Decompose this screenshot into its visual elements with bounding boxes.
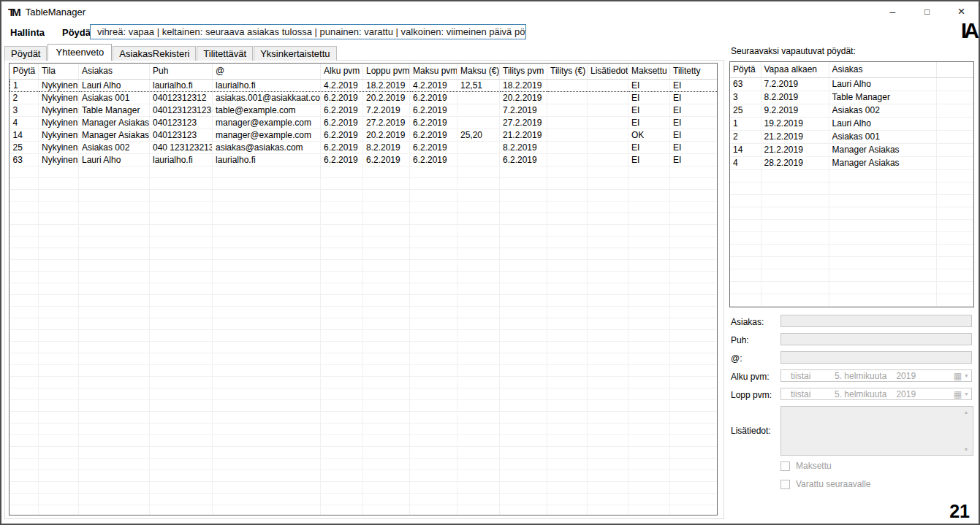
table-cell: 6.2.2019: [410, 153, 457, 166]
varattu-checkbox[interactable]: [780, 480, 790, 489]
column-header-email[interactable]: @: [213, 64, 321, 79]
table-cell-empty: [213, 481, 321, 493]
table-cell-empty: [363, 177, 410, 189]
table-row[interactable]: 3NykyinenTable Manager040123123123table@…: [10, 104, 718, 116]
email-field[interactable]: [780, 351, 972, 364]
column-header-alku-pvm[interactable]: Alku pvm: [321, 64, 363, 79]
calendar-icon[interactable]: ▦: [954, 372, 962, 380]
table-row[interactable]: 1NykyinenLauri Alholaurialho.filaurialho…: [10, 79, 718, 91]
table-row[interactable]: 14NykyinenManager Asiakas040123123manage…: [10, 129, 718, 141]
table-cell: 6.2.2019: [500, 153, 547, 166]
page-number: 21: [949, 501, 970, 522]
table-cell-empty: [457, 434, 500, 446]
tab-asiakasrekisteri[interactable]: AsiakasRekisteri: [113, 46, 196, 61]
column-header-loppu-pvm[interactable]: Loppu pvm: [363, 64, 410, 79]
table-cell-empty: [10, 376, 39, 388]
table-cell-empty: [410, 364, 457, 376]
column-header-asiakas[interactable]: Asiakas: [829, 62, 936, 77]
table-row[interactable]: 1421.2.2019Manager Asiakas: [730, 143, 973, 156]
tab-yksinkertaistettu[interactable]: Yksinkertaistettu: [254, 46, 336, 61]
table-cell-empty: [150, 177, 213, 189]
table-cell: [547, 91, 588, 104]
chevron-down-icon[interactable]: ▼: [964, 391, 969, 396]
column-header-poyta[interactable]: Pöytä: [10, 64, 39, 79]
table-cell-empty: [730, 294, 761, 306]
table-cell-empty: [588, 505, 628, 516]
table-cell-empty: [628, 458, 670, 470]
column-header-tilitys-pvm[interactable]: Tilitys pvm: [500, 64, 547, 79]
table-cell-empty: [150, 481, 213, 493]
puh-field[interactable]: [780, 333, 972, 345]
minimize-icon[interactable]: –: [875, 1, 910, 22]
maximize-icon[interactable]: □: [910, 1, 944, 22]
loppu-pvm-datepicker[interactable]: tiistai 5. helmikuuta 2019 ▦ ▼: [780, 388, 972, 400]
table-cell-empty: [547, 294, 588, 306]
table-cell-empty: [321, 458, 363, 470]
table-cell-empty: [321, 341, 363, 353]
table-row[interactable]: 38.2.2019Table Manager: [730, 91, 973, 104]
table-cell-empty: [829, 207, 936, 219]
tab-yhteenveto[interactable]: Yhteenveto: [48, 44, 112, 61]
table-row[interactable]: 259.2.2019Asiakas 002: [730, 104, 973, 117]
table-cell: Asiakas 001: [829, 130, 936, 143]
column-header-maksu-eur[interactable]: Maksu (€): [457, 64, 500, 79]
table-cell-empty: [628, 376, 670, 388]
table-cell: 25: [10, 141, 39, 153]
table-cell-empty: [79, 399, 150, 411]
table-cell-empty: [79, 201, 150, 212]
column-header-tila[interactable]: Tila: [39, 64, 79, 79]
table-cell-empty: [410, 399, 457, 411]
maksettu-checkbox[interactable]: [780, 461, 790, 471]
table-cell-empty: [150, 201, 213, 212]
table-row[interactable]: 637.2.2019Lauri Alho: [730, 77, 973, 91]
table-row[interactable]: 2NykyinenAsiakas 00104012312312asiakas.0…: [10, 91, 718, 104]
tab-poydat[interactable]: Pöydät: [4, 46, 47, 61]
menu-hallinta[interactable]: Hallinta: [1, 27, 53, 38]
scroll-up-icon[interactable]: ▲: [964, 410, 969, 415]
column-header-tilitetty[interactable]: Tilitetty: [670, 64, 718, 79]
table-row[interactable]: 63NykyinenLauri Alholaurialho.filaurialh…: [10, 153, 718, 166]
column-header-maksettu[interactable]: Maksettu: [628, 64, 670, 79]
table-cell-empty: [547, 212, 588, 224]
chevron-down-icon[interactable]: ▼: [964, 373, 969, 378]
column-header-vapaa-alkaen[interactable]: Vapaa alkaen: [761, 62, 829, 77]
table-cell-empty: [588, 376, 628, 388]
calendar-icon[interactable]: ▦: [954, 390, 962, 399]
table-cell-empty: [500, 364, 547, 376]
table-cell-empty: [547, 329, 588, 341]
table-cell-empty: [670, 341, 718, 353]
table-cell-empty: [150, 411, 213, 423]
table-cell-empty: [628, 353, 670, 364]
table-row[interactable]: 221.2.2019Asiakas 001: [730, 130, 973, 143]
scroll-down-icon[interactable]: ▼: [964, 447, 969, 452]
column-header-poyta[interactable]: Pöytä: [730, 62, 761, 77]
lisatiedot-textarea[interactable]: ▲ ▼: [780, 406, 973, 456]
column-header-lisatiedot[interactable]: Lisätiedot: [588, 64, 628, 79]
column-header-asiakas[interactable]: Asiakas: [79, 64, 150, 79]
table-row[interactable]: 119.2.2019Lauri Alho: [730, 117, 973, 130]
asiakas-field[interactable]: [780, 315, 972, 327]
table-cell: 12,51: [457, 79, 500, 91]
alku-pvm-datepicker[interactable]: tiistai 5. helmikuuta 2019 ▦ ▼: [780, 369, 972, 382]
table-row-empty: [730, 256, 973, 269]
table-cell-empty: [829, 194, 936, 207]
table-cell-empty: [761, 294, 829, 306]
table-cell-empty: [10, 318, 39, 329]
table-cell-empty: [500, 388, 547, 399]
table-cell-empty: [670, 294, 718, 306]
table-cell-empty: [410, 434, 457, 446]
column-header-tilitys-eur[interactable]: Tilitys (€): [547, 64, 588, 79]
table-row[interactable]: 25NykyinenAsiakas 002040 123123213asiaka…: [10, 141, 718, 153]
table-cell: 9.2.2019: [761, 104, 829, 117]
legend-textbox[interactable]: vihreä: vapaa | keltainen: seuraava asia…: [90, 24, 526, 39]
table-cell-empty: [213, 376, 321, 388]
table-row[interactable]: 4NykyinenManager Asiakas040123123manager…: [10, 116, 718, 129]
table-cell: EI: [628, 141, 670, 153]
table-row[interactable]: 428.2.2019Manager Asiakas: [730, 156, 973, 169]
table-cell-empty: [410, 177, 457, 189]
textarea-scrollbar[interactable]: ▲ ▼: [960, 407, 972, 454]
tab-tilitettavat[interactable]: Tilitettävät: [197, 46, 253, 61]
column-header-puh[interactable]: Puh: [150, 64, 213, 79]
column-header-maksu-pvm[interactable]: Maksu pvm: [410, 64, 457, 79]
table-cell-empty: [588, 470, 628, 481]
